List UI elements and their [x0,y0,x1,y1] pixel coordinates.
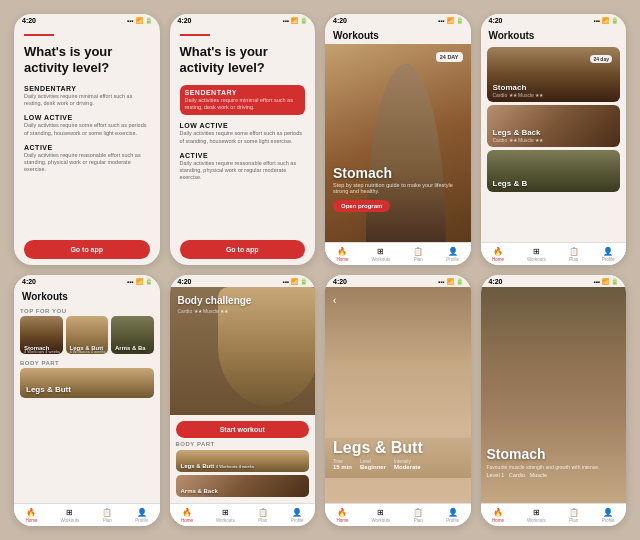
activity-title-1: What's is your activity level? [24,44,150,75]
nav-home-7[interactable]: 🔥 Home [336,508,348,523]
card-legsb-4[interactable]: Legs & B [487,150,621,192]
option-sedentary-1[interactable]: SENDENTARY Daily activities require mini… [24,85,150,107]
status-icons-6: ▪▪▪ 📶 🔋 [283,278,307,285]
detail-stats-7: Time 15 min Level Beginner Intensity Mod… [333,459,463,470]
nav-plan-6[interactable]: 📋 Plan [258,508,268,523]
mini-card-stomach[interactable]: Stomach 4 Workouts 4 weeks [20,316,63,354]
status-bar-1: 4:20 ▪▪▪ 📶 🔋 [14,14,160,26]
status-bar-4: 4:20 ▪▪▪ 📶 🔋 [481,14,627,26]
top-cards-row-5: Stomach 4 Workouts 4 weeks Legs & Butt 4… [14,316,160,354]
profile-icon-6: 👤 [292,508,302,517]
nav-profile-4[interactable]: 👤 Profile [602,247,615,262]
nav-home-8[interactable]: 🔥 Home [492,508,504,523]
stomach-title-8: Stomach [487,446,621,462]
signal-icon-8: ▪▪▪ [594,279,600,285]
status-bar-8: 4:20 ▪▪▪ 📶 🔋 [481,275,627,287]
top-card-4[interactable]: 24 day Stomach Cardio ★★ Muscle ★★ [487,47,621,102]
battery-icon-7: 🔋 [456,278,463,285]
nav-profile-7[interactable]: 👤 Profile [446,508,459,523]
nav-workouts-3[interactable]: ⊞ Workouts [371,247,390,262]
nav-plan-5[interactable]: 📋 Plan [102,508,112,523]
option-low-1[interactable]: LOW ACTIVE Daily activities require some… [24,114,150,136]
mini-card-arms[interactable]: Arms & Ba [111,316,154,354]
legs-back-info-4: Legs & Back Cardio ★★ Muscle ★★ [493,128,617,143]
challenge-screen-6: Body challenge Cardio ★★ Muscle ★★ Start… [170,287,316,503]
open-program-btn[interactable]: Open program [333,200,390,212]
stomach-desc-8: Favourite muscle strength and growth wit… [487,464,621,470]
nav-workouts-8[interactable]: ⊞ Workouts [527,508,546,523]
nav-profile-8[interactable]: 👤 Profile [602,508,615,523]
signal-icon-2: ▪▪▪ [283,18,289,24]
fire-icon-7: 🔥 [337,508,347,517]
profile-icon-7: 👤 [448,508,458,517]
challenge-title-6: Body challenge [178,295,252,306]
activity-screen-2: What's is your activity level? SENDENTAR… [170,26,316,265]
nav-workouts-6[interactable]: ⊞ Workouts [216,508,235,523]
grid-icon-4: ⊞ [533,247,540,256]
nav-workouts-5[interactable]: ⊞ Workouts [60,508,79,523]
time-5: 4:20 [22,278,36,285]
nav-plan-4[interactable]: 📋 Plan [569,247,579,262]
bottom-nav-6: 🔥 Home ⊞ Workouts 📋 Plan 👤 Profile [170,503,316,526]
workouts-header-4: Workouts [481,26,627,44]
nav-profile-5[interactable]: 👤 Profile [135,508,148,523]
workout-hero-3: 24 DAY Stomach Step by step nutrition gu… [325,44,471,242]
nav-workouts-4[interactable]: ⊞ Workouts [527,247,546,262]
phone-4: 4:20 ▪▪▪ 📶 🔋 Workouts 24 day Stomach Car… [481,14,627,265]
s-card-arms-6[interactable]: Arms & Back [176,475,310,497]
wifi-icon-7: 📶 [447,278,454,285]
wifi-icon: 📶 [136,17,143,24]
grid-icon-5: ⊞ [66,508,73,517]
option-sedentary-2[interactable]: SENDENTARY Daily activities require mini… [180,85,306,115]
profile-icon-8: 👤 [603,508,613,517]
battery-icon-2: 🔋 [300,17,307,24]
nav-profile-3[interactable]: 👤 Profile [446,247,459,262]
option-low-2[interactable]: LOW ACTIVE Daily activities require some… [180,122,306,144]
body-part-label-6: BODY PART [176,438,310,448]
back-arrow-7[interactable]: ‹ [333,295,336,306]
bottom-nav-4: 🔥 Home ⊞ Workouts 📋 Plan 👤 Profile [481,242,627,265]
nav-plan-3[interactable]: 📋 Plan [413,247,423,262]
accent-line-2 [180,34,210,36]
status-bar-2: 4:20 ▪▪▪ 📶 🔋 [170,14,316,26]
go-to-app-btn-2[interactable]: Go to app [180,240,306,259]
profile-icon-3: 👤 [448,247,458,256]
top-for-you-label-5: TOP FOR YOU [14,305,160,316]
wifi-icon-8: 📶 [602,278,609,285]
challenge-text-6: Body challenge Cardio ★★ Muscle ★★ [178,295,252,314]
nav-plan-8[interactable]: 📋 Plan [569,508,579,523]
status-icons-3: ▪▪▪ 📶 🔋 [438,17,462,24]
nav-home-6[interactable]: 🔥 Home [181,508,193,523]
workouts-header-5: Workouts [14,287,160,305]
card-legs-back-4[interactable]: Legs & Back Cardio ★★ Muscle ★★ [487,105,621,147]
nav-home-3[interactable]: 🔥 Home [336,247,348,262]
status-icons-8: ▪▪▪ 📶 🔋 [594,278,618,285]
start-workout-btn[interactable]: Start workout [176,421,310,438]
stat-intensity: Intensity Moderate [394,459,421,470]
hero-subtitle-3: Step by step nutrition guide to make you… [333,182,463,194]
status-icons-5: ▪▪▪ 📶 🔋 [127,278,151,285]
nav-home-4[interactable]: 🔥 Home [492,247,504,262]
phone-5: 4:20 ▪▪▪ 📶 🔋 Workouts TOP FOR YOU Stomac… [14,275,160,526]
s-card-legs-6[interactable]: Legs & Butt 4 Workouts 4 weeks [176,450,310,472]
go-to-app-btn-1[interactable]: Go to app [24,240,150,259]
nav-profile-6[interactable]: 👤 Profile [291,508,304,523]
nav-workouts-7[interactable]: ⊞ Workouts [371,508,390,523]
mini-card-legs[interactable]: Legs & Butt 4 Workouts 4 weeks [66,316,109,354]
nav-home-5[interactable]: 🔥 Home [25,508,37,523]
nav-plan-7[interactable]: 📋 Plan [413,508,423,523]
phone-8: 4:20 ▪▪▪ 📶 🔋 Stomach Favourite muscle st… [481,275,627,526]
grid-icon-6: ⊞ [222,508,229,517]
signal-icon-5: ▪▪▪ [127,279,133,285]
stomach-screen-8: Stomach Favourite muscle strength and gr… [481,287,627,503]
plan-icon-5: 📋 [102,508,112,517]
phone-3: 4:20 ▪▪▪ 📶 🔋 Workouts 24 DAY Stomach Ste… [325,14,471,265]
wide-card-legs[interactable]: Legs & Butt [20,368,154,398]
wifi-icon-5: 📶 [136,278,143,285]
option-active-2[interactable]: ACTIVE Daily activities require reasonab… [180,152,306,181]
option-active-1[interactable]: ACTIVE Daily activities require reasonab… [24,144,150,173]
battery-icon-6: 🔋 [300,278,307,285]
body-cards-6: Legs & Butt 4 Workouts 4 weeks Arms & Ba… [176,450,310,497]
fire-icon-5: 🔥 [26,508,36,517]
fire-icon-6: 🔥 [182,508,192,517]
